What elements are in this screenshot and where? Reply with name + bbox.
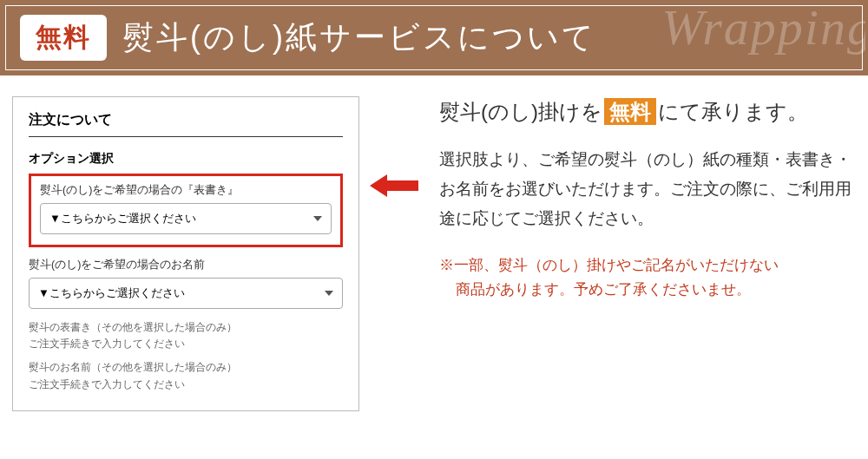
content-area: 注文について オプション選択 熨斗(のし)をご希望の場合の『表書き』 ▼こちらか… bbox=[0, 75, 868, 423]
warning-line2: 商品があります。予めご了承くださいませ。 bbox=[439, 278, 856, 303]
note-line: ご注文手続きで入力してください bbox=[29, 378, 185, 390]
noshi-name-field: 熨斗(のし)をご希望の場合のお名前 ▼こちらからご選択ください bbox=[29, 258, 343, 309]
lead-pre: 熨斗(のし)掛けを bbox=[439, 100, 602, 123]
note-line: 熨斗のお名前（その他を選択した場合のみ） bbox=[29, 361, 237, 373]
warning-line1: ※一部、熨斗（のし）掛けやご記名がいただけない bbox=[439, 257, 779, 273]
field-label: 熨斗(のし)をご希望の場合の『表書き』 bbox=[40, 183, 332, 198]
option-label: オプション選択 bbox=[29, 151, 343, 167]
panel-heading: 注文について bbox=[29, 111, 343, 137]
select-placeholder: ▼こちらからご選択ください bbox=[49, 212, 196, 225]
service-banner: Wrapping 無料 熨斗(のし)紙サービスについて bbox=[0, 0, 868, 75]
omotegaki-select[interactable]: ▼こちらからご選択ください bbox=[40, 203, 332, 234]
note-name: 熨斗のお名前（その他を選択した場合のみ） ご注文手続きで入力してください bbox=[29, 359, 343, 392]
description-panel: 熨斗(のし)掛けを無料にて承ります。 選択肢より、ご希望の熨斗（のし）紙の種類・… bbox=[429, 96, 856, 411]
free-badge: 無料 bbox=[20, 15, 107, 61]
field-label: 熨斗(のし)をご希望の場合のお名前 bbox=[29, 258, 343, 272]
note-line: ご注文手続きで入力してください bbox=[29, 338, 185, 350]
arrow-left-icon bbox=[370, 174, 418, 197]
noshi-omotegaki-field: 熨斗(のし)をご希望の場合の『表書き』 ▼こちらからご選択ください bbox=[29, 174, 343, 247]
warning-text: ※一部、熨斗（のし）掛けやご記名がいただけない 商品があります。予めご了承くださ… bbox=[439, 253, 856, 304]
inline-free-badge: 無料 bbox=[604, 98, 656, 125]
lead-post: にて承ります。 bbox=[658, 100, 808, 123]
banner-title: 熨斗(のし)紙サービスについて bbox=[122, 16, 596, 59]
name-select[interactable]: ▼こちらからご選択ください bbox=[29, 278, 343, 309]
body-text: 選択肢より、ご希望の熨斗（のし）紙の種類・表書き・お名前をお選びいただけます。ご… bbox=[439, 145, 856, 234]
note-omotegaki: 熨斗の表書き（その他を選択した場合のみ） ご注文手続きで入力してください bbox=[29, 319, 343, 352]
order-panel: 注文について オプション選択 熨斗(のし)をご希望の場合の『表書き』 ▼こちらか… bbox=[12, 96, 359, 411]
banner-script-text: Wrapping bbox=[661, 0, 868, 56]
note-line: 熨斗の表書き（その他を選択した場合のみ） bbox=[29, 321, 237, 333]
arrow-column bbox=[370, 96, 418, 411]
select-placeholder: ▼こちらからご選択ください bbox=[38, 286, 185, 299]
lead-text: 熨斗(のし)掛けを無料にて承ります。 bbox=[439, 96, 856, 128]
